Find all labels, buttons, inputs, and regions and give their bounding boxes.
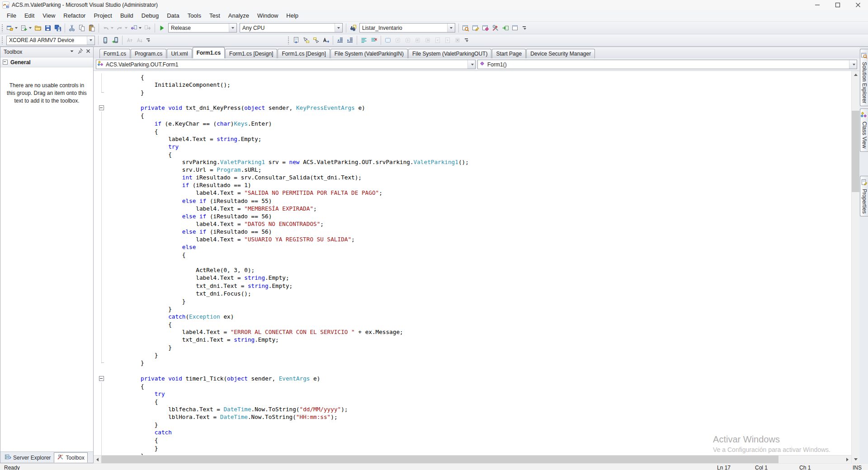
chevron-down-icon[interactable] [447,24,455,32]
horizontal-scrollbar[interactable] [94,455,851,463]
document-tab[interactable]: Url.xml [167,49,192,58]
save-icon[interactable] [43,23,52,33]
minimize-button[interactable] [807,0,827,10]
menu-data[interactable]: Data [163,11,183,20]
document-tab[interactable]: Form1.cs [193,47,225,58]
code-editor[interactable]: { InitializeComponent(); } private void … [94,71,851,455]
menu-edit[interactable]: Edit [20,11,38,20]
chevron-down-icon[interactable] [849,60,857,69]
fold-collapse-icon[interactable] [98,375,107,382]
start-page-icon[interactable] [501,23,510,33]
copy-icon[interactable] [77,23,86,33]
menu-test[interactable]: Test [205,11,224,20]
fold-collapse-icon[interactable] [98,104,107,112]
window-title: ACS.m.ValetParking - Microsoft Visual St… [12,2,158,8]
document-tab[interactable]: Device Security Manager [526,49,595,58]
scroll-right-icon[interactable] [844,456,851,463]
uncomment-lines-icon[interactable] [369,35,378,45]
members-combobox[interactable]: Form1() [477,60,857,69]
side-tab-class-view[interactable]: Class View [860,108,868,151]
solution-explorer-icon[interactable] [461,23,470,33]
document-tab[interactable]: Start Page [492,49,526,58]
add-new-item-icon[interactable] [19,23,33,33]
cut-icon[interactable] [67,23,76,33]
vertical-scrollbar[interactable] [851,71,859,463]
object-browser-icon[interactable] [481,23,490,33]
scroll-up-icon[interactable] [852,71,859,79]
scroll-down-icon[interactable] [852,456,859,463]
increase-indent-icon[interactable] [345,35,354,45]
document-tab[interactable]: Form1.cs [99,49,130,58]
find-in-files-icon[interactable] [349,23,358,33]
document-tab[interactable]: Form1.cs [Design] [278,49,330,58]
decrease-indent-icon[interactable] [335,35,344,45]
document-tab[interactable]: Form1.cs [Design] [225,49,277,58]
navigate-backward-icon[interactable] [129,23,142,33]
toolbar-grip[interactable] [1,24,3,32]
toolbar-grip[interactable] [1,36,3,44]
close-button[interactable] [848,0,868,10]
menu-help[interactable]: Help [282,11,302,20]
menu-analyze[interactable]: Analyze [224,11,253,20]
menu-debug[interactable]: Debug [137,11,163,20]
scroll-left-icon[interactable] [94,456,101,463]
document-tab[interactable]: File System (ValetParkingIN) [330,49,408,58]
save-all-icon[interactable] [53,23,62,33]
document-tab-strip: Form1.csProgram.csUrl.xmlForm1.csForm1.c… [94,47,859,58]
surround-with-icon[interactable] [311,35,321,45]
paste-icon[interactable] [87,23,96,33]
scrollbar-thumb[interactable] [101,456,778,463]
bookmark-frame-icon[interactable] [383,35,392,45]
menu-tools[interactable]: Tools [184,11,205,20]
toolbox-window-icon[interactable] [491,23,500,33]
insert-snippet-icon[interactable] [302,35,311,45]
start-debugging-icon[interactable] [157,23,166,33]
menu-refactor[interactable]: Refactor [59,11,90,20]
extra-window-icon[interactable] [511,23,520,33]
chevron-down-icon[interactable] [467,60,475,69]
pin-icon[interactable] [77,48,83,56]
font-transform-icon[interactable] [321,35,330,45]
solution-platform-combobox[interactable]: Any CPU [240,23,343,33]
menu-project[interactable]: Project [90,11,116,20]
deploy-device-icon[interactable] [111,35,120,45]
toolbox-group-general[interactable]: General [0,57,93,67]
side-tab-properties[interactable]: Properties [860,176,868,217]
menu-build[interactable]: Build [116,11,137,20]
target-device-combobox[interactable]: XCORE A8 ARMV7 Device [6,36,95,45]
document-tab[interactable]: File System (ValetParkingOUT) [408,49,491,58]
properties-window-icon[interactable] [471,23,480,33]
find-combobox[interactable]: Listar_Inventario [359,23,455,33]
scrollbar-thumb[interactable] [852,111,859,192]
new-project-icon[interactable] [5,23,19,33]
menu-window[interactable]: Window [253,11,282,20]
document-tab[interactable]: Program.cs [131,49,166,58]
toolbar-grip[interactable] [288,36,289,44]
tool-window-tab-server-explorer[interactable]: Server Explorer [1,452,54,463]
display-source-icon[interactable] [292,35,301,45]
code-line: srvParking.ValetParking1 srv = new ACS.V… [94,158,851,166]
types-combobox[interactable]: ACS.ValetParking.OUT.Form1 [96,60,476,69]
chevron-down-icon[interactable] [335,24,342,32]
menu-file[interactable]: File [3,11,20,20]
chevron-down-icon[interactable] [87,36,94,45]
open-file-icon[interactable] [33,23,42,33]
toolbar-overflow-button[interactable] [146,38,150,42]
chevron-down-icon[interactable] [229,24,236,32]
collapse-icon[interactable] [3,60,8,65]
fold-margin [98,328,107,336]
toolbar-overflow-button[interactable] [464,38,468,42]
tool-window-tab-toolbox[interactable]: Toolbox [54,452,87,463]
close-icon[interactable] [85,48,91,56]
comment-lines-icon[interactable] [359,35,368,45]
menu-view[interactable]: View [38,11,59,20]
side-tab-solution-explorer[interactable]: Solution Explorer [860,49,868,106]
fold-margin [98,390,107,398]
redo-icon [115,23,128,33]
target-device-icon[interactable] [101,35,110,45]
window-position-icon[interactable] [69,48,75,56]
toolbox-header[interactable]: Toolbox [0,47,93,57]
solution-configuration-combobox[interactable]: Release [168,23,237,33]
maximize-button[interactable] [827,0,848,10]
toolbar-overflow-button[interactable] [522,26,526,30]
